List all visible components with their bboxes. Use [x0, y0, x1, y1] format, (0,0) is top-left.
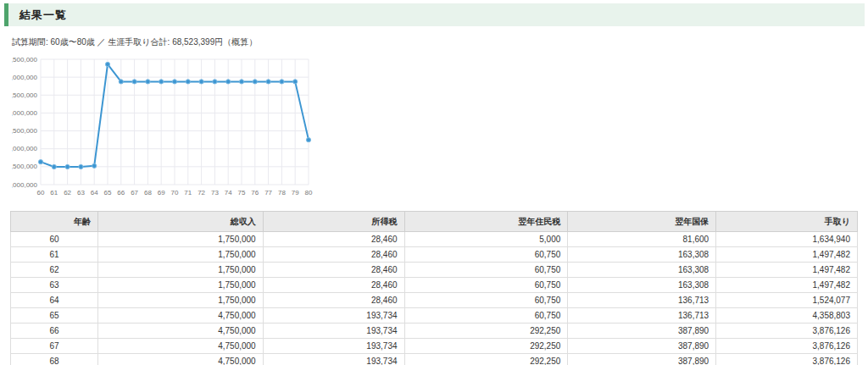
x-axis-tick-label: 60 — [37, 189, 45, 196]
data-point — [146, 80, 150, 84]
x-axis-tick-label: 61 — [50, 189, 58, 196]
cell-next-year-resident-tax: 5,000 — [404, 232, 568, 247]
x-axis-tick-label: 63 — [77, 189, 85, 196]
results-table-body: 601,750,00028,4605,00081,6001,634,940611… — [11, 232, 858, 365]
x-axis-tick-label: 72 — [198, 189, 205, 196]
cell-age: 65 — [11, 308, 98, 324]
data-point — [306, 138, 310, 142]
cell-gross-income: 1,750,000 — [97, 278, 263, 293]
data-point — [253, 80, 257, 84]
cell-age: 67 — [11, 339, 98, 354]
cell-take-home: 1,497,482 — [716, 247, 858, 263]
table-row: 641,750,00028,46060,750136,7131,524,077 — [11, 293, 858, 308]
table-row: 601,750,00028,4605,00081,6001,634,940 — [11, 232, 858, 247]
section-title-bar: 結果一覧 — [4, 3, 865, 26]
cell-take-home: 1,497,482 — [716, 263, 858, 278]
cell-age: 64 — [11, 293, 98, 308]
col-header-next-year-resident-tax: 翌年住民税 — [404, 212, 568, 232]
cell-income-tax: 28,460 — [263, 263, 404, 278]
y-axis-tick-label: 2,500,000 — [12, 127, 38, 135]
x-axis-tick-label: 67 — [131, 189, 138, 196]
cell-next-year-national-health-insurance: 163,308 — [568, 247, 716, 263]
cell-income-tax: 193,734 — [263, 339, 404, 354]
cell-next-year-national-health-insurance: 387,890 — [568, 324, 716, 339]
cell-next-year-resident-tax: 292,250 — [404, 324, 568, 339]
cell-gross-income: 4,750,000 — [97, 339, 263, 354]
table-row: 611,750,00028,46060,750163,3081,497,482 — [11, 247, 858, 263]
cell-take-home: 1,524,077 — [716, 293, 858, 308]
col-header-gross-income: 総収入 — [97, 212, 263, 232]
y-axis-tick-label: 3,500,000 — [12, 91, 38, 99]
cell-gross-income: 4,750,000 — [97, 308, 263, 324]
cell-next-year-resident-tax: 60,750 — [404, 293, 568, 308]
results-table: 年齢総収入所得税翌年住民税翌年国保手取り 601,750,00028,4605,… — [10, 211, 858, 365]
x-axis-tick-label: 70 — [171, 189, 179, 196]
page-title: 結果一覧 — [19, 8, 67, 23]
cell-take-home: 3,876,126 — [716, 354, 858, 365]
cell-age: 63 — [11, 278, 98, 293]
data-point — [226, 80, 231, 84]
cell-age: 66 — [11, 324, 98, 339]
x-axis-tick-label: 71 — [184, 189, 192, 196]
data-point — [119, 80, 123, 84]
cell-next-year-resident-tax: 60,750 — [404, 278, 568, 293]
x-axis-tick-label: 68 — [144, 189, 152, 196]
data-point — [159, 80, 164, 84]
y-axis-tick-label: 2,000,000 — [12, 145, 38, 152]
x-axis-tick-label: 74 — [225, 189, 232, 196]
cell-gross-income: 1,750,000 — [97, 247, 263, 263]
x-axis-tick-label: 69 — [158, 189, 165, 196]
data-point — [186, 80, 190, 84]
simulation-summary: 試算期間: 60歳〜80歳 ／ 生涯手取り合計: 68,523,399円（概算） — [12, 36, 868, 48]
takehome-line-chart-svg: 1,000,0001,500,0002,000,0002,500,0003,00… — [12, 51, 317, 203]
cell-next-year-resident-tax: 60,750 — [404, 308, 568, 324]
cell-take-home: 1,497,482 — [716, 278, 858, 293]
data-point — [280, 80, 284, 84]
col-header-age: 年齢 — [11, 212, 98, 232]
data-point — [65, 164, 70, 169]
cell-income-tax: 193,734 — [263, 324, 404, 339]
cell-income-tax: 28,460 — [263, 232, 404, 247]
cell-income-tax: 28,460 — [263, 293, 404, 308]
cell-income-tax: 193,734 — [263, 308, 404, 324]
takehome-line-chart: 1,000,0001,500,0002,000,0002,500,0003,00… — [12, 51, 317, 203]
data-point — [213, 80, 217, 84]
data-point — [266, 80, 270, 84]
data-point — [105, 62, 109, 66]
x-axis-tick-label: 62 — [64, 189, 71, 196]
cell-next-year-resident-tax: 292,250 — [404, 354, 568, 365]
cell-next-year-national-health-insurance: 163,308 — [568, 278, 716, 293]
cell-income-tax: 193,734 — [263, 354, 404, 365]
x-axis-tick-label: 76 — [251, 189, 259, 196]
cell-age: 68 — [11, 354, 98, 365]
x-axis-tick-label: 79 — [292, 189, 299, 196]
cell-age: 60 — [11, 232, 98, 247]
data-point — [38, 160, 42, 164]
data-point — [79, 164, 83, 169]
y-axis-tick-label: 3,000,000 — [12, 109, 38, 117]
data-point — [92, 163, 97, 168]
data-point — [172, 80, 176, 84]
x-axis-tick-label: 64 — [91, 189, 98, 196]
data-point — [239, 80, 243, 84]
cell-next-year-resident-tax: 292,250 — [404, 339, 568, 354]
y-axis-tick-label: 1,000,000 — [12, 181, 38, 189]
cell-next-year-national-health-insurance: 136,713 — [568, 293, 716, 308]
y-axis-tick-label: 4,000,000 — [12, 74, 38, 81]
table-row: 621,750,00028,46060,750163,3081,497,482 — [11, 263, 858, 278]
cell-gross-income: 1,750,000 — [97, 232, 263, 247]
cell-next-year-national-health-insurance: 136,713 — [568, 308, 716, 324]
table-row: 631,750,00028,46060,750163,3081,497,482 — [11, 278, 858, 293]
data-point — [52, 164, 56, 169]
x-axis-tick-label: 75 — [238, 189, 246, 196]
results-table-head: 年齢総収入所得税翌年住民税翌年国保手取り — [11, 212, 858, 232]
col-header-next-year-national-health-insurance: 翌年国保 — [568, 212, 716, 232]
cell-income-tax: 28,460 — [263, 278, 404, 293]
x-axis-tick-label: 65 — [104, 189, 112, 196]
col-header-take-home: 手取り — [716, 212, 858, 232]
cell-take-home: 1,634,940 — [716, 232, 858, 247]
table-header-row: 年齢総収入所得税翌年住民税翌年国保手取り — [11, 212, 858, 232]
cell-gross-income: 4,750,000 — [97, 324, 263, 339]
col-header-income-tax: 所得税 — [263, 212, 404, 232]
cell-next-year-national-health-insurance: 387,890 — [568, 354, 716, 365]
